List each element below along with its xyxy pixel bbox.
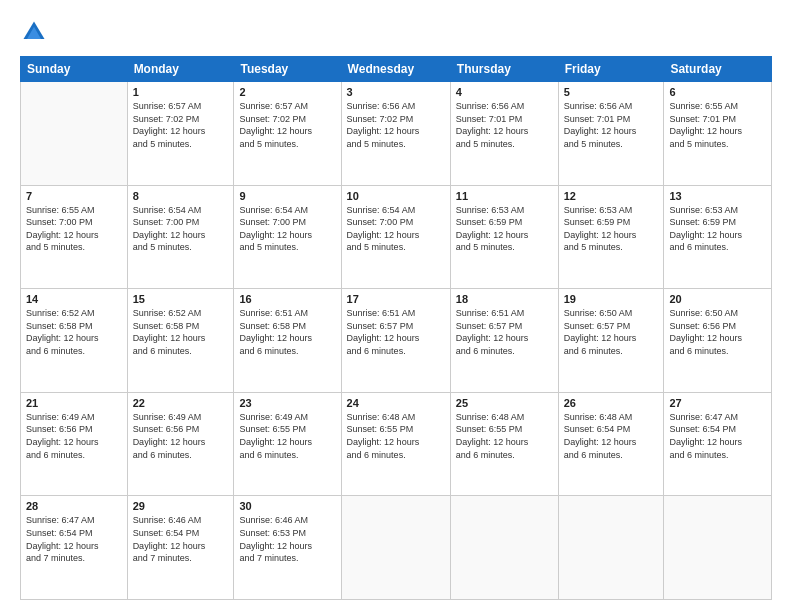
day-info: Sunrise: 6:53 AM Sunset: 6:59 PM Dayligh… [564,204,659,254]
week-row-1: 7Sunrise: 6:55 AM Sunset: 7:00 PM Daylig… [21,185,772,289]
day-number: 14 [26,293,122,305]
day-info: Sunrise: 6:56 AM Sunset: 7:02 PM Dayligh… [347,100,445,150]
day-number: 2 [239,86,335,98]
calendar-cell: 28Sunrise: 6:47 AM Sunset: 6:54 PM Dayli… [21,496,128,600]
calendar-cell: 19Sunrise: 6:50 AM Sunset: 6:57 PM Dayli… [558,289,664,393]
calendar-cell: 23Sunrise: 6:49 AM Sunset: 6:55 PM Dayli… [234,392,341,496]
day-info: Sunrise: 6:48 AM Sunset: 6:55 PM Dayligh… [456,411,553,461]
day-header-sunday: Sunday [21,57,128,82]
day-info: Sunrise: 6:50 AM Sunset: 6:57 PM Dayligh… [564,307,659,357]
day-header-wednesday: Wednesday [341,57,450,82]
day-info: Sunrise: 6:53 AM Sunset: 6:59 PM Dayligh… [669,204,766,254]
calendar-cell: 30Sunrise: 6:46 AM Sunset: 6:53 PM Dayli… [234,496,341,600]
day-info: Sunrise: 6:51 AM Sunset: 6:57 PM Dayligh… [347,307,445,357]
day-number: 20 [669,293,766,305]
day-number: 26 [564,397,659,409]
day-number: 1 [133,86,229,98]
day-number: 18 [456,293,553,305]
calendar-cell: 15Sunrise: 6:52 AM Sunset: 6:58 PM Dayli… [127,289,234,393]
day-number: 4 [456,86,553,98]
day-info: Sunrise: 6:47 AM Sunset: 6:54 PM Dayligh… [669,411,766,461]
calendar-cell: 26Sunrise: 6:48 AM Sunset: 6:54 PM Dayli… [558,392,664,496]
day-info: Sunrise: 6:56 AM Sunset: 7:01 PM Dayligh… [564,100,659,150]
day-info: Sunrise: 6:47 AM Sunset: 6:54 PM Dayligh… [26,514,122,564]
calendar-cell: 6Sunrise: 6:55 AM Sunset: 7:01 PM Daylig… [664,82,772,186]
day-number: 17 [347,293,445,305]
header [20,18,772,46]
day-number: 11 [456,190,553,202]
day-header-monday: Monday [127,57,234,82]
calendar-cell: 16Sunrise: 6:51 AM Sunset: 6:58 PM Dayli… [234,289,341,393]
day-info: Sunrise: 6:53 AM Sunset: 6:59 PM Dayligh… [456,204,553,254]
day-number: 7 [26,190,122,202]
calendar-cell: 11Sunrise: 6:53 AM Sunset: 6:59 PM Dayli… [450,185,558,289]
day-number: 29 [133,500,229,512]
calendar-table: SundayMondayTuesdayWednesdayThursdayFrid… [20,56,772,600]
calendar-cell: 20Sunrise: 6:50 AM Sunset: 6:56 PM Dayli… [664,289,772,393]
day-number: 23 [239,397,335,409]
day-header-tuesday: Tuesday [234,57,341,82]
calendar-cell: 27Sunrise: 6:47 AM Sunset: 6:54 PM Dayli… [664,392,772,496]
logo [20,18,52,46]
calendar-cell: 2Sunrise: 6:57 AM Sunset: 7:02 PM Daylig… [234,82,341,186]
day-number: 28 [26,500,122,512]
day-info: Sunrise: 6:55 AM Sunset: 7:01 PM Dayligh… [669,100,766,150]
day-info: Sunrise: 6:55 AM Sunset: 7:00 PM Dayligh… [26,204,122,254]
day-info: Sunrise: 6:54 AM Sunset: 7:00 PM Dayligh… [133,204,229,254]
day-info: Sunrise: 6:54 AM Sunset: 7:00 PM Dayligh… [347,204,445,254]
calendar-header-row: SundayMondayTuesdayWednesdayThursdayFrid… [21,57,772,82]
day-info: Sunrise: 6:46 AM Sunset: 6:54 PM Dayligh… [133,514,229,564]
calendar-cell: 29Sunrise: 6:46 AM Sunset: 6:54 PM Dayli… [127,496,234,600]
day-header-friday: Friday [558,57,664,82]
day-info: Sunrise: 6:57 AM Sunset: 7:02 PM Dayligh… [239,100,335,150]
day-info: Sunrise: 6:52 AM Sunset: 6:58 PM Dayligh… [26,307,122,357]
calendar-cell [21,82,128,186]
calendar-cell: 13Sunrise: 6:53 AM Sunset: 6:59 PM Dayli… [664,185,772,289]
calendar-cell: 1Sunrise: 6:57 AM Sunset: 7:02 PM Daylig… [127,82,234,186]
day-number: 3 [347,86,445,98]
day-info: Sunrise: 6:48 AM Sunset: 6:54 PM Dayligh… [564,411,659,461]
day-number: 27 [669,397,766,409]
calendar-cell: 3Sunrise: 6:56 AM Sunset: 7:02 PM Daylig… [341,82,450,186]
day-info: Sunrise: 6:48 AM Sunset: 6:55 PM Dayligh… [347,411,445,461]
calendar-cell [450,496,558,600]
day-number: 15 [133,293,229,305]
day-info: Sunrise: 6:50 AM Sunset: 6:56 PM Dayligh… [669,307,766,357]
day-number: 8 [133,190,229,202]
day-number: 5 [564,86,659,98]
calendar-cell: 8Sunrise: 6:54 AM Sunset: 7:00 PM Daylig… [127,185,234,289]
calendar-cell [664,496,772,600]
calendar-cell: 7Sunrise: 6:55 AM Sunset: 7:00 PM Daylig… [21,185,128,289]
calendar-cell: 22Sunrise: 6:49 AM Sunset: 6:56 PM Dayli… [127,392,234,496]
calendar-cell: 17Sunrise: 6:51 AM Sunset: 6:57 PM Dayli… [341,289,450,393]
calendar-cell: 25Sunrise: 6:48 AM Sunset: 6:55 PM Dayli… [450,392,558,496]
day-info: Sunrise: 6:51 AM Sunset: 6:57 PM Dayligh… [456,307,553,357]
day-info: Sunrise: 6:56 AM Sunset: 7:01 PM Dayligh… [456,100,553,150]
day-header-thursday: Thursday [450,57,558,82]
day-info: Sunrise: 6:49 AM Sunset: 6:56 PM Dayligh… [26,411,122,461]
week-row-3: 21Sunrise: 6:49 AM Sunset: 6:56 PM Dayli… [21,392,772,496]
day-number: 10 [347,190,445,202]
day-number: 25 [456,397,553,409]
calendar-cell: 14Sunrise: 6:52 AM Sunset: 6:58 PM Dayli… [21,289,128,393]
calendar-cell: 18Sunrise: 6:51 AM Sunset: 6:57 PM Dayli… [450,289,558,393]
page: SundayMondayTuesdayWednesdayThursdayFrid… [0,0,792,612]
calendar-cell [341,496,450,600]
calendar-cell: 24Sunrise: 6:48 AM Sunset: 6:55 PM Dayli… [341,392,450,496]
calendar-cell: 10Sunrise: 6:54 AM Sunset: 7:00 PM Dayli… [341,185,450,289]
logo-icon [20,18,48,46]
day-number: 30 [239,500,335,512]
day-info: Sunrise: 6:46 AM Sunset: 6:53 PM Dayligh… [239,514,335,564]
day-info: Sunrise: 6:52 AM Sunset: 6:58 PM Dayligh… [133,307,229,357]
day-number: 22 [133,397,229,409]
calendar-cell: 4Sunrise: 6:56 AM Sunset: 7:01 PM Daylig… [450,82,558,186]
calendar-cell: 9Sunrise: 6:54 AM Sunset: 7:00 PM Daylig… [234,185,341,289]
day-number: 24 [347,397,445,409]
calendar-cell: 12Sunrise: 6:53 AM Sunset: 6:59 PM Dayli… [558,185,664,289]
day-number: 6 [669,86,766,98]
day-number: 12 [564,190,659,202]
day-number: 16 [239,293,335,305]
day-number: 19 [564,293,659,305]
day-number: 13 [669,190,766,202]
day-info: Sunrise: 6:57 AM Sunset: 7:02 PM Dayligh… [133,100,229,150]
